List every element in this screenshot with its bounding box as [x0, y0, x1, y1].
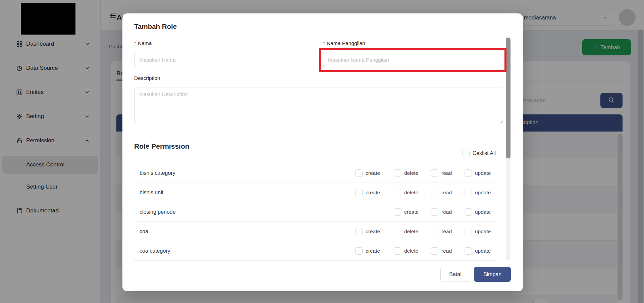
permission-checkbox[interactable]	[465, 247, 472, 255]
permission-checkbox[interactable]	[465, 228, 472, 235]
action-label: create	[366, 190, 380, 196]
action-label: delete	[404, 248, 418, 254]
permission-row-coa: coa create delete read update	[134, 222, 496, 241]
permission-checkbox[interactable]	[394, 208, 401, 216]
description-textarea[interactable]	[134, 88, 503, 123]
action-label: update	[475, 248, 491, 254]
modal-title: Tambah Role	[134, 22, 177, 31]
permission-checkbox[interactable]	[431, 169, 438, 177]
nama-input[interactable]	[134, 53, 316, 67]
action-label: create	[366, 248, 380, 254]
action-label: update	[475, 229, 491, 235]
action-label: read	[441, 209, 452, 215]
permission-actions: create delete read update	[355, 228, 496, 235]
permission-row-bisnis-unit: bisnis unit create delete read update	[134, 183, 496, 202]
modal-scrollbar-thumb[interactable]	[506, 38, 511, 158]
permission-resource-label: bisnis unit	[140, 190, 163, 196]
permission-checkbox[interactable]	[394, 247, 401, 255]
permission-actions: create delete read update	[355, 169, 496, 177]
nama-panggilan-input[interactable]	[323, 53, 503, 67]
required-asterisk: *	[323, 40, 325, 46]
check-all-checkbox[interactable]	[462, 150, 470, 157]
action-label: read	[441, 170, 452, 176]
action-label: delete	[404, 229, 418, 235]
permission-row-coa-category: coa category create delete read update	[134, 241, 496, 261]
action-label: create	[366, 229, 380, 235]
permission-checkbox[interactable]	[431, 208, 438, 216]
check-all-label: Ceklist All	[473, 150, 496, 156]
permission-checkbox[interactable]	[394, 169, 401, 177]
permission-checkbox[interactable]	[431, 189, 438, 196]
nama-panggilan-label: *Nama Panggilan	[323, 40, 365, 46]
action-label: read	[441, 248, 452, 254]
permission-checkbox[interactable]	[465, 169, 472, 177]
permission-checkbox[interactable]	[394, 189, 401, 196]
permission-actions: create delete read update	[355, 247, 496, 255]
permission-checkbox[interactable]	[355, 247, 363, 255]
description-label: Description	[134, 75, 160, 81]
action-label: create	[366, 170, 380, 176]
action-label: read	[441, 190, 452, 196]
permission-checkbox[interactable]	[431, 247, 438, 255]
action-label: read	[441, 229, 452, 235]
nama-label: *Nama	[134, 40, 152, 46]
action-label: delete	[404, 190, 418, 196]
permission-resource-label: coa category	[140, 248, 170, 254]
permission-row-bisnis-category: bisnis category create delete read updat…	[134, 163, 496, 183]
action-label: update	[475, 170, 491, 176]
permission-checkbox[interactable]	[431, 228, 438, 235]
cancel-button[interactable]: Batal	[440, 267, 470, 282]
permission-resource-label: coa	[140, 229, 148, 235]
required-asterisk: *	[134, 40, 136, 46]
permission-checkbox[interactable]	[465, 208, 472, 216]
tambah-role-modal: Tambah Role *Nama *Nama Panggilan Descri…	[122, 13, 523, 291]
permission-checkbox[interactable]	[355, 189, 363, 196]
permission-checkbox[interactable]	[465, 189, 472, 196]
permission-checkbox[interactable]	[394, 228, 401, 235]
app-root: Dashboard Data Source Entitas Setting	[0, 0, 644, 303]
permission-resource-label: closing periode	[140, 209, 176, 215]
save-button[interactable]: Simpan	[474, 267, 511, 282]
permission-actions: create delete read update	[355, 189, 496, 196]
action-label: update	[475, 209, 491, 215]
permission-row-closing-periode: closing periode create read update	[134, 202, 496, 222]
action-label: create	[404, 209, 419, 215]
permission-checkbox[interactable]	[355, 228, 363, 235]
permission-checkbox[interactable]	[355, 169, 363, 177]
action-label: update	[475, 190, 491, 196]
permission-actions: create read update	[355, 208, 496, 216]
permission-resource-label: bisnis category	[140, 170, 175, 176]
action-label: delete	[404, 170, 418, 176]
check-all-row: Ceklist All	[134, 149, 496, 158]
